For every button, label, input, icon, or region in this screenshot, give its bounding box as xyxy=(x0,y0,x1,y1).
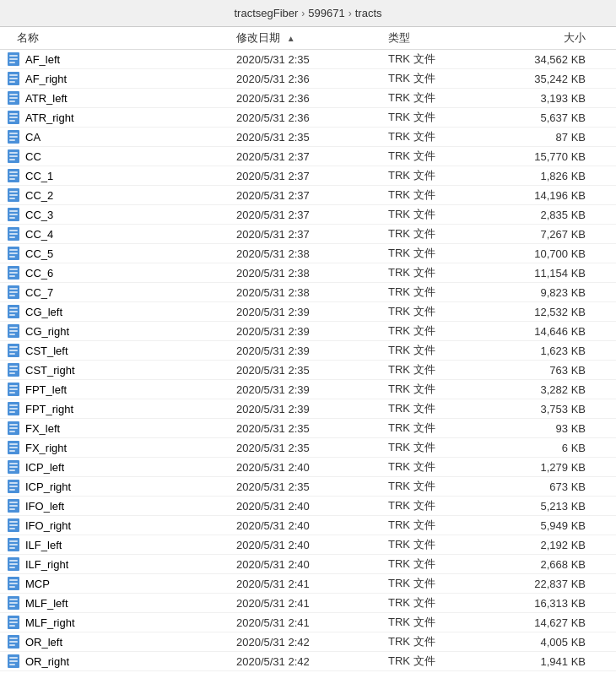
table-row[interactable]: CC_1 2020/5/31 2:37 TRK 文件 1,826 KB xyxy=(0,166,616,186)
col-header-size[interactable]: 大小 xyxy=(498,30,599,46)
table-row[interactable]: CG_right 2020/5/31 2:39 TRK 文件 14,646 KB xyxy=(0,322,616,341)
table-row[interactable]: IFO_right 2020/5/31 2:40 TRK 文件 5,949 KB xyxy=(0,516,616,535)
table-row[interactable]: ICP_left 2020/5/31 2:40 TRK 文件 1,279 KB xyxy=(0,458,616,477)
file-name-text: IFO_left xyxy=(25,500,64,513)
svg-rect-102 xyxy=(9,544,18,545)
table-row[interactable]: OR_right 2020/5/31 2:42 TRK 文件 1,941 KB xyxy=(0,652,616,671)
table-row[interactable]: MLF_left 2020/5/31 2:41 TRK 文件 16,313 KB xyxy=(0,594,616,613)
trk-file-icon xyxy=(7,402,20,415)
file-type-cell: TRK 文件 xyxy=(388,382,498,397)
table-row[interactable]: FX_left 2020/5/31 2:35 TRK 文件 93 KB xyxy=(0,419,616,438)
file-name-text: CG_right xyxy=(25,325,69,338)
file-size-cell: 1,941 KB xyxy=(498,655,599,668)
col-header-date[interactable]: 修改日期 ▲ xyxy=(236,30,388,46)
table-row[interactable]: CG_left 2020/5/31 2:39 TRK 文件 12,532 KB xyxy=(0,302,616,322)
file-name-cell: FPT_left xyxy=(0,383,236,396)
file-name-cell: CC_1 xyxy=(0,169,236,182)
svg-rect-98 xyxy=(9,524,18,526)
table-row[interactable]: MLF_right 2020/5/31 2:41 TRK 文件 14,627 K… xyxy=(0,613,616,632)
svg-rect-121 xyxy=(9,638,18,639)
svg-rect-78 xyxy=(9,427,18,429)
file-size-cell: 5,213 KB xyxy=(498,500,599,513)
svg-rect-41 xyxy=(9,249,18,251)
svg-rect-63 xyxy=(9,353,15,355)
table-row[interactable]: CC 2020/5/31 2:37 TRK 文件 15,770 KB xyxy=(0,147,616,166)
svg-rect-49 xyxy=(9,288,18,290)
file-name-cell: CC xyxy=(0,149,236,163)
table-row[interactable]: CA 2020/5/31 2:35 TRK 文件 87 KB xyxy=(0,128,616,147)
file-type-cell: TRK 文件 xyxy=(388,129,498,144)
file-size-cell: 763 KB xyxy=(498,364,599,377)
svg-rect-103 xyxy=(9,547,15,549)
trk-file-icon xyxy=(7,363,20,377)
table-row[interactable]: ATR_left 2020/5/31 2:36 TRK 文件 3,193 KB xyxy=(0,89,616,108)
file-name-cell: AF_right xyxy=(0,72,236,85)
svg-rect-89 xyxy=(9,482,18,484)
svg-rect-83 xyxy=(9,450,15,452)
trk-file-icon xyxy=(7,480,20,493)
svg-rect-97 xyxy=(9,521,18,523)
svg-rect-58 xyxy=(9,330,18,332)
svg-rect-25 xyxy=(9,171,18,173)
file-type-cell: TRK 文件 xyxy=(388,343,498,358)
file-type-cell: TRK 文件 xyxy=(388,246,498,261)
table-row[interactable]: FX_right 2020/5/31 2:35 TRK 文件 6 KB xyxy=(0,438,616,458)
table-row[interactable]: ATR_right 2020/5/31 2:36 TRK 文件 5,637 KB xyxy=(0,108,616,128)
file-type-cell: TRK 文件 xyxy=(388,518,498,533)
breadcrumb-part-3[interactable]: tracts xyxy=(355,7,382,19)
file-name-text: MCP xyxy=(25,578,50,590)
table-row[interactable]: CST_left 2020/5/31 2:39 TRK 文件 1,623 KB xyxy=(0,341,616,361)
table-row[interactable]: CST_right 2020/5/31 2:35 TRK 文件 763 KB xyxy=(0,361,616,380)
breadcrumb-part-2[interactable]: 599671 xyxy=(308,7,344,19)
trk-file-icon xyxy=(7,130,20,144)
table-row[interactable]: CC_3 2020/5/31 2:37 TRK 文件 2,835 KB xyxy=(0,205,616,225)
table-row[interactable]: FPT_left 2020/5/31 2:39 TRK 文件 3,282 KB xyxy=(0,380,616,399)
svg-rect-3 xyxy=(9,62,15,63)
file-type-cell: TRK 文件 xyxy=(388,110,498,125)
table-row[interactable]: CC_2 2020/5/31 2:37 TRK 文件 14,196 KB xyxy=(0,186,616,205)
table-row[interactable]: AF_right 2020/5/31 2:36 TRK 文件 35,242 KB xyxy=(0,69,616,89)
svg-rect-69 xyxy=(9,385,18,387)
table-row[interactable]: CC_6 2020/5/31 2:38 TRK 文件 11,154 KB xyxy=(0,263,616,283)
col-header-name[interactable]: 名称 xyxy=(0,30,236,46)
svg-rect-95 xyxy=(9,508,15,510)
file-name-text: CC_1 xyxy=(25,170,53,182)
breadcrumb-part-1[interactable]: tractsegFiber xyxy=(234,7,298,19)
svg-rect-31 xyxy=(9,198,15,199)
table-row[interactable]: ICP_right 2020/5/31 2:35 TRK 文件 673 KB xyxy=(0,477,616,497)
table-row[interactable]: FPT_right 2020/5/31 2:39 TRK 文件 3,753 KB xyxy=(0,399,616,419)
trk-file-icon xyxy=(7,188,20,202)
file-date-cell: 2020/5/31 2:42 xyxy=(236,655,388,668)
table-row[interactable]: CC_7 2020/5/31 2:38 TRK 文件 9,823 KB xyxy=(0,283,616,302)
file-name-cell: CST_left xyxy=(0,344,236,357)
col-header-type[interactable]: 类型 xyxy=(388,30,498,46)
svg-rect-109 xyxy=(9,579,18,581)
table-row[interactable]: ILF_right 2020/5/31 2:40 TRK 文件 2,668 KB xyxy=(0,555,616,574)
table-row[interactable]: CC_4 2020/5/31 2:37 TRK 文件 7,267 KB xyxy=(0,225,616,244)
trk-file-icon xyxy=(7,518,20,532)
file-name-text: CST_right xyxy=(25,364,75,377)
file-type-cell: TRK 文件 xyxy=(388,265,498,280)
svg-rect-114 xyxy=(9,602,18,604)
file-date-cell: 2020/5/31 2:35 xyxy=(236,364,388,377)
file-size-cell: 2,668 KB xyxy=(498,558,599,571)
file-date-cell: 2020/5/31 2:39 xyxy=(236,345,388,357)
file-name-text: CC_5 xyxy=(25,247,53,260)
file-size-cell: 673 KB xyxy=(498,480,599,493)
table-row[interactable]: OR_left 2020/5/31 2:42 TRK 文件 4,005 KB xyxy=(0,632,616,652)
file-name-text: ILF_right xyxy=(25,558,68,571)
table-row[interactable]: ILF_left 2020/5/31 2:40 TRK 文件 2,192 KB xyxy=(0,535,616,555)
file-name-cell: MLF_right xyxy=(0,616,236,629)
table-row[interactable]: MCP 2020/5/31 2:41 TRK 文件 22,837 KB xyxy=(0,574,616,594)
file-name-text: MLF_right xyxy=(25,616,75,629)
file-name-text: CC_2 xyxy=(25,189,53,202)
table-row[interactable]: AF_left 2020/5/31 2:35 TRK 文件 34,562 KB xyxy=(0,50,616,69)
table-row[interactable]: CC_5 2020/5/31 2:38 TRK 文件 10,700 KB xyxy=(0,244,616,263)
trk-file-icon xyxy=(7,654,20,668)
file-type-cell: TRK 文件 xyxy=(388,615,498,630)
svg-rect-23 xyxy=(9,159,15,160)
file-date-cell: 2020/5/31 2:40 xyxy=(236,539,388,551)
trk-file-icon xyxy=(7,499,20,513)
file-date-cell: 2020/5/31 2:39 xyxy=(236,383,388,396)
table-row[interactable]: IFO_left 2020/5/31 2:40 TRK 文件 5,213 KB xyxy=(0,497,616,516)
